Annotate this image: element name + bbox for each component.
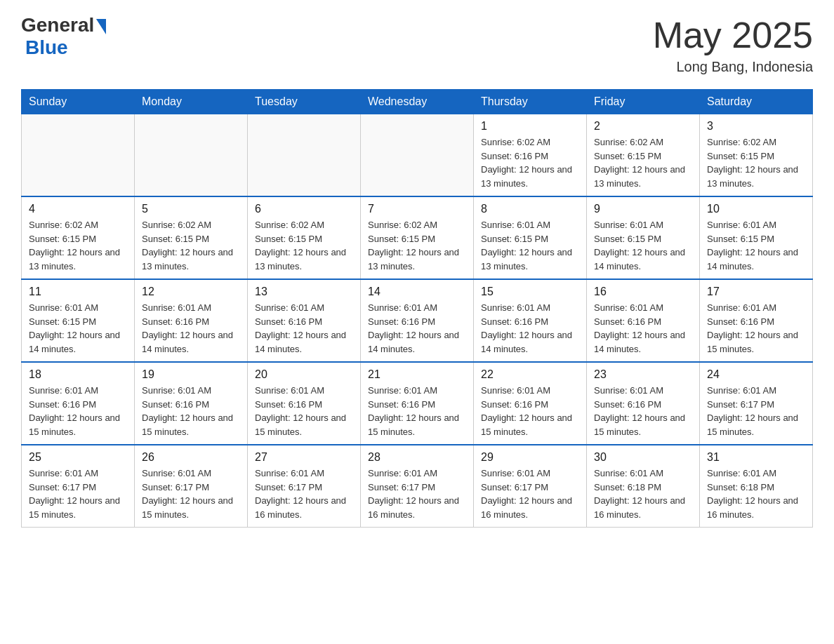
calendar-cell: 20Sunrise: 6:01 AM Sunset: 6:16 PM Dayli…	[248, 362, 361, 445]
day-info: Sunrise: 6:01 AM Sunset: 6:16 PM Dayligh…	[707, 301, 805, 356]
day-number: 19	[142, 368, 240, 381]
day-number: 10	[707, 203, 805, 215]
day-info: Sunrise: 6:02 AM Sunset: 6:15 PM Dayligh…	[255, 218, 353, 273]
day-number: 31	[707, 451, 805, 464]
day-info: Sunrise: 6:02 AM Sunset: 6:15 PM Dayligh…	[594, 135, 692, 190]
calendar-cell: 29Sunrise: 6:01 AM Sunset: 6:17 PM Dayli…	[474, 445, 587, 528]
day-number: 8	[481, 203, 579, 215]
day-info: Sunrise: 6:01 AM Sunset: 6:16 PM Dayligh…	[142, 301, 240, 356]
day-info: Sunrise: 6:01 AM Sunset: 6:17 PM Dayligh…	[255, 467, 353, 521]
calendar-cell: 19Sunrise: 6:01 AM Sunset: 6:16 PM Dayli…	[135, 362, 248, 445]
day-info: Sunrise: 6:02 AM Sunset: 6:15 PM Dayligh…	[368, 218, 466, 273]
day-number: 5	[142, 203, 240, 215]
calendar-cell: 4Sunrise: 6:02 AM Sunset: 6:15 PM Daylig…	[22, 196, 135, 279]
calendar-week-row-1: 1Sunrise: 6:02 AM Sunset: 6:16 PM Daylig…	[22, 114, 813, 197]
day-number: 2	[594, 120, 692, 133]
day-number: 29	[481, 451, 579, 464]
day-info: Sunrise: 6:01 AM Sunset: 6:15 PM Dayligh…	[594, 218, 692, 273]
day-number: 27	[255, 451, 353, 464]
calendar-cell: 15Sunrise: 6:01 AM Sunset: 6:16 PM Dayli…	[474, 279, 587, 362]
day-number: 1	[481, 120, 579, 133]
logo-blue-text: Blue	[25, 36, 68, 58]
day-info: Sunrise: 6:01 AM Sunset: 6:16 PM Dayligh…	[481, 301, 579, 356]
day-info: Sunrise: 6:01 AM Sunset: 6:18 PM Dayligh…	[594, 467, 692, 521]
calendar-cell: 18Sunrise: 6:01 AM Sunset: 6:16 PM Dayli…	[22, 362, 135, 445]
day-number: 6	[255, 203, 353, 215]
calendar-week-row-3: 11Sunrise: 6:01 AM Sunset: 6:15 PM Dayli…	[22, 279, 813, 362]
calendar-cell: 6Sunrise: 6:02 AM Sunset: 6:15 PM Daylig…	[248, 196, 361, 279]
day-number: 16	[594, 286, 692, 298]
calendar-cell: 26Sunrise: 6:01 AM Sunset: 6:17 PM Dayli…	[135, 445, 248, 528]
day-number: 20	[255, 368, 353, 381]
calendar-header-row: SundayMondayTuesdayWednesdayThursdayFrid…	[22, 90, 813, 114]
day-number: 4	[29, 203, 127, 215]
location-subtitle: Long Bang, Indonesia	[653, 59, 813, 75]
calendar-cell: 12Sunrise: 6:01 AM Sunset: 6:16 PM Dayli…	[135, 279, 248, 362]
day-number: 22	[481, 368, 579, 381]
day-number: 21	[368, 368, 466, 381]
day-info: Sunrise: 6:01 AM Sunset: 6:16 PM Dayligh…	[29, 384, 127, 438]
day-info: Sunrise: 6:01 AM Sunset: 6:15 PM Dayligh…	[29, 301, 127, 356]
calendar-cell: 1Sunrise: 6:02 AM Sunset: 6:16 PM Daylig…	[474, 114, 587, 197]
day-number: 26	[142, 451, 240, 464]
calendar-cell: 3Sunrise: 6:02 AM Sunset: 6:15 PM Daylig…	[700, 114, 813, 197]
calendar-cell: 23Sunrise: 6:01 AM Sunset: 6:16 PM Dayli…	[587, 362, 700, 445]
title-section: May 2025 Long Bang, Indonesia	[653, 14, 813, 75]
day-info: Sunrise: 6:02 AM Sunset: 6:15 PM Dayligh…	[29, 218, 127, 273]
day-info: Sunrise: 6:01 AM Sunset: 6:16 PM Dayligh…	[594, 384, 692, 438]
day-info: Sunrise: 6:01 AM Sunset: 6:16 PM Dayligh…	[368, 384, 466, 438]
day-info: Sunrise: 6:01 AM Sunset: 6:16 PM Dayligh…	[255, 384, 353, 438]
day-number: 17	[707, 286, 805, 298]
column-header-sunday: Sunday	[22, 90, 135, 114]
calendar-cell: 16Sunrise: 6:01 AM Sunset: 6:16 PM Dayli…	[587, 279, 700, 362]
day-number: 24	[707, 368, 805, 381]
logo-general-text: General	[21, 14, 94, 36]
day-number: 15	[481, 286, 579, 298]
calendar-cell: 21Sunrise: 6:01 AM Sunset: 6:16 PM Dayli…	[361, 362, 474, 445]
day-number: 7	[368, 203, 466, 215]
calendar-cell	[248, 114, 361, 197]
day-info: Sunrise: 6:01 AM Sunset: 6:15 PM Dayligh…	[707, 218, 805, 273]
calendar-week-row-2: 4Sunrise: 6:02 AM Sunset: 6:15 PM Daylig…	[22, 196, 813, 279]
day-info: Sunrise: 6:01 AM Sunset: 6:17 PM Dayligh…	[707, 384, 805, 438]
day-info: Sunrise: 6:01 AM Sunset: 6:17 PM Dayligh…	[29, 467, 127, 521]
day-number: 11	[29, 286, 127, 298]
column-header-tuesday: Tuesday	[248, 90, 361, 114]
day-info: Sunrise: 6:02 AM Sunset: 6:15 PM Dayligh…	[142, 218, 240, 273]
calendar-cell: 2Sunrise: 6:02 AM Sunset: 6:15 PM Daylig…	[587, 114, 700, 197]
day-number: 9	[594, 203, 692, 215]
day-number: 14	[368, 286, 466, 298]
calendar-cell: 13Sunrise: 6:01 AM Sunset: 6:16 PM Dayli…	[248, 279, 361, 362]
calendar-cell: 22Sunrise: 6:01 AM Sunset: 6:16 PM Dayli…	[474, 362, 587, 445]
day-number: 23	[594, 368, 692, 381]
calendar-cell: 8Sunrise: 6:01 AM Sunset: 6:15 PM Daylig…	[474, 196, 587, 279]
day-number: 25	[29, 451, 127, 464]
page-header: General Blue May 2025 Long Bang, Indones…	[21, 14, 813, 75]
calendar-week-row-5: 25Sunrise: 6:01 AM Sunset: 6:17 PM Dayli…	[22, 445, 813, 528]
calendar-cell: 7Sunrise: 6:02 AM Sunset: 6:15 PM Daylig…	[361, 196, 474, 279]
calendar-cell	[135, 114, 248, 197]
column-header-friday: Friday	[587, 90, 700, 114]
logo: General Blue	[21, 14, 106, 59]
calendar-cell: 5Sunrise: 6:02 AM Sunset: 6:15 PM Daylig…	[135, 196, 248, 279]
calendar-cell: 17Sunrise: 6:01 AM Sunset: 6:16 PM Dayli…	[700, 279, 813, 362]
calendar-cell: 9Sunrise: 6:01 AM Sunset: 6:15 PM Daylig…	[587, 196, 700, 279]
calendar-table: SundayMondayTuesdayWednesdayThursdayFrid…	[21, 89, 813, 528]
calendar-cell: 25Sunrise: 6:01 AM Sunset: 6:17 PM Dayli…	[22, 445, 135, 528]
day-number: 18	[29, 368, 127, 381]
calendar-week-row-4: 18Sunrise: 6:01 AM Sunset: 6:16 PM Dayli…	[22, 362, 813, 445]
calendar-cell	[361, 114, 474, 197]
logo-triangle-icon	[96, 19, 106, 34]
calendar-cell: 10Sunrise: 6:01 AM Sunset: 6:15 PM Dayli…	[700, 196, 813, 279]
calendar-cell: 14Sunrise: 6:01 AM Sunset: 6:16 PM Dayli…	[361, 279, 474, 362]
calendar-cell: 24Sunrise: 6:01 AM Sunset: 6:17 PM Dayli…	[700, 362, 813, 445]
day-info: Sunrise: 6:01 AM Sunset: 6:15 PM Dayligh…	[481, 218, 579, 273]
calendar-cell: 28Sunrise: 6:01 AM Sunset: 6:17 PM Dayli…	[361, 445, 474, 528]
day-number: 30	[594, 451, 692, 464]
day-number: 3	[707, 120, 805, 133]
calendar-cell	[22, 114, 135, 197]
day-number: 12	[142, 286, 240, 298]
column-header-thursday: Thursday	[474, 90, 587, 114]
day-info: Sunrise: 6:01 AM Sunset: 6:17 PM Dayligh…	[142, 467, 240, 521]
day-number: 28	[368, 451, 466, 464]
